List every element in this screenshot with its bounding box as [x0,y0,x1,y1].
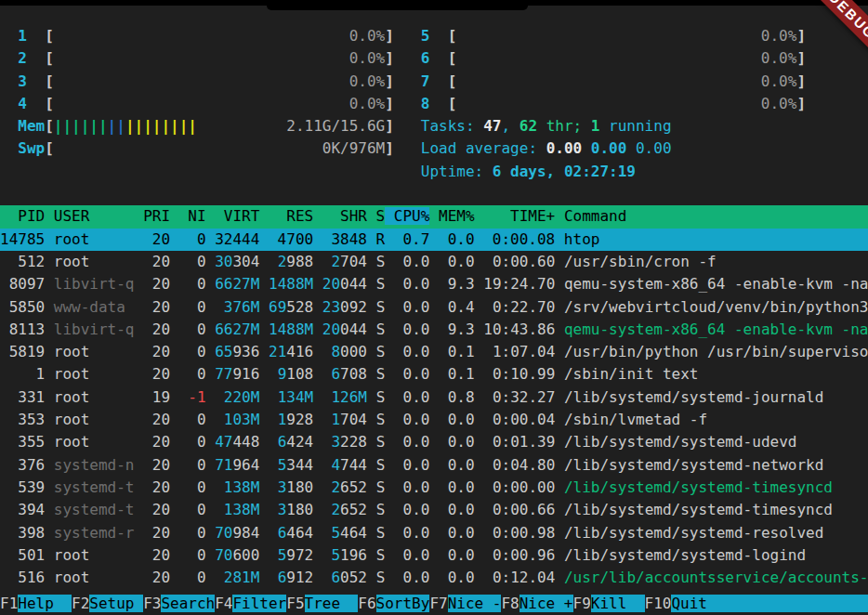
fkey-label: Nice - [448,595,502,612]
fkey-key: F3 [143,595,161,612]
meter-open-bracket: [ [448,49,457,67]
swap-value: 0K/976M [322,139,385,157]
fkey-label: Filter [232,595,286,612]
tasks-label: Tasks: [421,117,483,135]
meter-close-bracket: ] [385,117,394,135]
swap-load-row: Swp[ 0K/976M] Load average: 0.00 0.00 0.… [0,137,868,160]
fkey-F5[interactable]: F5Tree [286,595,358,612]
uptime-value: 6 days, 02:27:19 [493,163,636,180]
cpu-meter-row: 1 [ 0.0%] 5 [ 0.0%] [0,25,868,47]
running-count: 1 [591,117,600,135]
uptime-row: Uptime: 6 days, 02:27:19 [0,161,868,183]
process-row[interactable]: 8113 libvirt-q 20 0 6627M 1488M 20044 S … [0,319,868,341]
meter-open-bracket: [ [448,95,457,112]
function-key-bar: F1Help F2Setup F3SearchF4FilterF5Tree F6… [0,593,868,615]
meter-open-bracket: [ [45,139,54,157]
load-15min: 0.00 [636,139,672,157]
meter-open-bracket: [ [45,49,54,67]
mem-tasks-row: Mem[|||||||||||||||| 2.11G/15.6G] Tasks:… [0,115,868,137]
htop-terminal-screen: 1 [ 0.0%] 5 [ 0.0%] 2 [ 0.0%] 6 [ 0.0%] … [0,0,868,615]
fkey-label: Tree [305,595,359,612]
process-row[interactable]: 516 root 20 0 281M 6912 6052 S 0.0 0.0 0… [0,567,868,589]
mem-bar-yellow: |||||||| [125,117,197,135]
terminal-content: 1 [ 0.0%] 5 [ 0.0%] 2 [ 0.0%] 6 [ 0.0%] … [0,25,868,589]
fkey-key: F4 [215,595,232,612]
meter-close-bracket: ] [796,95,806,112]
meter-open-bracket: [ [448,72,457,90]
process-row[interactable]: 539 systemd-t 20 0 138M 3180 2652 S 0.0 … [0,477,868,499]
cpu-meter-row: 4 [ 0.0%] 8 [ 0.0%] [0,93,868,115]
table-header-row[interactable]: PID USER PRI NI VIRT RES SHR S CPU% MEM%… [0,205,868,228]
load-average-label: Load average: [421,139,546,157]
meter-close-bracket: ] [796,72,806,90]
fkey-key: F1 [0,595,18,612]
process-row[interactable]: 355 root 20 0 47448 6424 3228 S 0.0 0.0 … [0,431,868,453]
blank-row [0,183,868,205]
process-row[interactable]: 394 systemd-t 20 0 138M 3180 2652 S 0.0 … [0,499,868,521]
cpu-meter-3-label: 3 [18,72,45,90]
fkey-key: F2 [72,595,89,612]
process-row[interactable]: 512 root 20 0 30304 2988 2704 S 0.0 0.0 … [0,251,868,273]
fkey-F1[interactable]: F1Help [0,595,72,612]
process-row[interactable]: 398 systemd-r 20 0 70984 6464 5464 S 0.0… [0,522,868,544]
fkey-label: Quit [671,595,868,612]
fkey-F10[interactable]: F10Quit [645,595,868,612]
cpu-meter-4-label: 4 [18,95,45,112]
window-tab-handle[interactable] [267,0,528,10]
fkey-label: Help [18,595,72,612]
meter-open-bracket: [ [45,117,54,135]
fkey-label: Nice + [519,595,573,612]
fkey-F8[interactable]: F8Nice + [501,595,572,612]
process-row[interactable]: 8097 libvirt-q 20 0 6627M 1488M 20044 S … [0,273,868,295]
meter-close-bracket: ] [796,49,806,67]
process-row[interactable]: 376 systemd-n 20 0 71964 5344 4744 S 0.0… [0,454,868,477]
fkey-label: Kill [591,595,645,612]
cpu-meter-8-label: 8 [421,95,448,112]
fkey-F7[interactable]: F7Nice - [429,595,501,612]
cpu-meter-7-label: 7 [421,72,448,90]
fkey-key: F5 [286,595,304,612]
meter-open-bracket: [ [45,95,54,112]
fkey-key: F9 [573,595,591,612]
meter-close-bracket: ] [385,49,394,67]
load-5min: 0.00 [591,139,636,157]
fkey-F6[interactable]: F6SortBy [358,595,429,612]
fkey-F3[interactable]: F3Search [143,595,215,612]
meter-open-bracket: [ [45,27,54,45]
process-row[interactable]: 5819 root 20 0 65936 21416 8000 S 0.0 0.… [0,341,868,363]
meter-open-bracket: [ [45,72,54,90]
sort-column-cpu[interactable]: CPU% [385,207,429,225]
cpu-meter-row: 2 [ 0.0%] 6 [ 0.0%] [0,47,868,70]
fkey-key: F10 [645,595,672,612]
process-row-selected[interactable]: 14785 root 20 0 32444 4700 3848 R 0.7 0.… [0,229,868,251]
process-row[interactable]: 353 root 20 0 103M 1928 1704 S 0.0 0.0 0… [0,409,868,431]
meter-close-bracket: ] [385,27,394,45]
cpu-meter-row: 3 [ 0.0%] 7 [ 0.0%] [0,71,868,93]
mem-bar-green: |||||| [54,117,108,135]
fkey-F4[interactable]: F4Filter [215,595,286,612]
uptime-label: Uptime: [421,163,493,180]
mem-bar-blue: || [108,117,125,135]
meter-close-bracket: ] [385,139,394,157]
cpu-meter-1-label: 1 [18,27,45,45]
meter-close-bracket: ] [385,95,394,112]
process-row[interactable]: 5850 www-data 20 0 376M 69528 23092 S 0.… [0,296,868,319]
fkey-key: F8 [501,595,519,612]
table-header-left[interactable]: PID USER PRI NI VIRT RES SHR S [0,207,385,225]
fkey-label: SortBy [376,595,430,612]
swap-meter-label: Swp [18,139,45,157]
process-row[interactable]: 331 root 19 -1 220M 134M 126M S 0.0 0.8 … [0,386,868,409]
fkey-key: F6 [358,595,375,612]
fkey-key: F7 [429,595,447,612]
memory-meter-label: Mem [18,117,45,135]
fkey-F2[interactable]: F2Setup [72,595,143,612]
cpu-meter-5-label: 5 [421,27,448,45]
cpu-meter-2-label: 2 [18,49,45,67]
process-row[interactable]: 501 root 20 0 70600 5972 5196 S 0.0 0.0 … [0,544,868,567]
tasks-count: 47 [483,117,501,135]
process-row[interactable]: 1 root 20 0 77916 9108 6708 S 0.0 0.1 0:… [0,363,868,386]
table-header-right[interactable]: MEM% TIME+ Command [429,207,868,225]
fkey-F9[interactable]: F9Kill [573,595,645,612]
cpu-meter-6-label: 6 [421,49,448,67]
meter-close-bracket: ] [796,27,806,45]
